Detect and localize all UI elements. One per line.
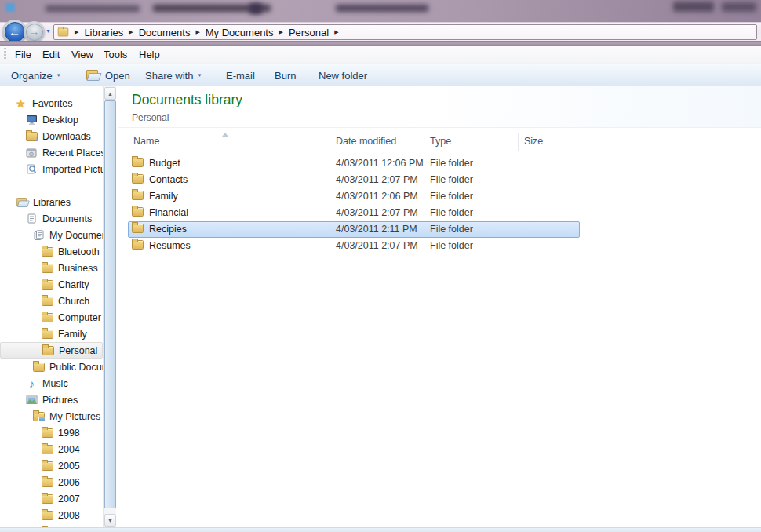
sidebar-item-label: Recent Places [42, 148, 103, 159]
breadcrumb-item-my-documents[interactable]: My Documents [206, 27, 274, 38]
scroll-up-button[interactable]: ▲ [104, 87, 116, 100]
sidebar-item-2007[interactable]: 2007 [0, 490, 103, 507]
sidebar-item-church[interactable]: Church [0, 293, 103, 309]
column-divider[interactable] [518, 133, 519, 151]
new-folder-label: New folder [319, 70, 367, 82]
libraries-icon [16, 198, 27, 207]
sidebar-item-music[interactable]: ♪ Music [0, 375, 103, 392]
sidebar-item-label: 2006 [58, 477, 80, 488]
column-header-type[interactable]: Type [430, 136, 451, 147]
column-header-date-modified[interactable]: Date modified [336, 136, 396, 147]
menu-view[interactable]: View [69, 48, 96, 61]
open-folder-icon [86, 70, 100, 81]
open-button[interactable]: Open [86, 67, 130, 83]
breadcrumb[interactable]: ▶ Libraries ▶ Documents ▶ My Documents ▶… [53, 24, 757, 40]
breadcrumb-item-personal[interactable]: Personal [289, 27, 329, 38]
imported-pictures-icon [26, 164, 38, 174]
sidebar-item-documents[interactable]: Documents [0, 210, 103, 227]
scrollbar-thumb[interactable] [104, 100, 116, 508]
email-label: E-mail [226, 70, 255, 82]
organize-button[interactable]: Organize ▼ [11, 67, 61, 83]
sidebar-item-recent-places[interactable]: Recent Places [0, 144, 103, 161]
sidebar-item-1998[interactable]: 1998 [0, 425, 103, 441]
email-button[interactable]: E-mail [226, 67, 255, 83]
folder-icon [132, 191, 144, 200]
sidebar-item-downloads[interactable]: ↓ Downloads [0, 128, 103, 144]
sidebar-item-label: Downloads [42, 131, 91, 142]
sidebar-item-label: Music [42, 378, 68, 389]
explorer-window: ← → ▼ ▶ Libraries ▶ Documents ▶ My Docum… [0, 0, 761, 532]
table-row-budget[interactable]: Budget 4/03/2011 12:06 PM File folder [118, 155, 761, 172]
row-name: Budget [149, 158, 180, 169]
menu-file[interactable]: File [13, 48, 34, 61]
sidebar-item-family[interactable]: Family [0, 326, 103, 342]
sidebar-item-my-pictures[interactable]: My Pictures [0, 408, 103, 425]
sidebar-scrollbar[interactable]: ▲ ▼ [103, 86, 116, 527]
sidebar-item-my-documents[interactable]: My Documer [0, 227, 103, 243]
row-name: Recipies [149, 224, 187, 235]
breadcrumb-item-libraries[interactable]: Libraries [84, 27, 123, 38]
folder-icon [42, 461, 53, 471]
row-type: File folder [430, 207, 473, 218]
folder-icon [42, 313, 53, 322]
sidebar-item-2006[interactable]: 2006 [0, 474, 103, 490]
sidebar-item-personal[interactable]: Personal [0, 342, 103, 359]
table-row-resumes[interactable]: Resumes 4/03/2011 2:07 PM File folder [118, 238, 761, 254]
sidebar-item-imported-pictures[interactable]: Imported Pictu [0, 161, 103, 177]
sidebar-item-public-documents[interactable]: Public Docur [0, 359, 103, 375]
new-folder-button[interactable]: New folder [319, 67, 367, 83]
row-name: Financial [149, 207, 188, 218]
table-row-recipies-selected[interactable]: Recipies 4/03/2011 2:11 PM File folder [118, 221, 761, 238]
sidebar-item-2008[interactable]: 2008 [0, 507, 103, 523]
sidebar-item-label: Personal [59, 345, 97, 356]
blurred-background-titlebar [0, 0, 761, 22]
sidebar-item-label: Documents [42, 213, 92, 224]
menu-help[interactable]: Help [137, 48, 162, 61]
breadcrumb-arrow-icon[interactable]: ▶ [75, 29, 78, 35]
column-header-name[interactable]: Name [133, 136, 159, 147]
row-type: File folder [430, 158, 473, 169]
scroll-down-button[interactable]: ▼ [104, 514, 116, 527]
recent-pages-dropdown-icon[interactable]: ▼ [46, 28, 51, 34]
sidebar-item-libraries[interactable]: Libraries [0, 194, 103, 210]
row-type: File folder [430, 240, 473, 251]
my-pictures-icon [33, 412, 45, 421]
row-type: File folder [430, 174, 473, 185]
star-icon: ★ [16, 98, 27, 109]
sidebar-item-bluetooth[interactable]: Bluetooth [0, 243, 103, 260]
sidebar-item-computer[interactable]: Computer [0, 309, 103, 326]
breadcrumb-arrow-icon[interactable]: ▶ [279, 29, 282, 35]
table-row-family[interactable]: Family 4/03/2011 2:06 PM File folder [118, 188, 761, 205]
sidebar-item-2004[interactable]: 2004 [0, 441, 103, 457]
sidebar-item-charity[interactable]: Charity [0, 276, 103, 293]
table-row-financial[interactable]: Financial 4/03/2011 2:07 PM File folder [118, 205, 761, 221]
documents-library-icon [26, 213, 38, 224]
column-divider[interactable] [330, 133, 330, 151]
sidebar-item-favorites[interactable]: ★ Favorites [0, 95, 103, 111]
recent-places-icon [26, 148, 38, 158]
menu-bar: File Edit View Tools Help [0, 46, 761, 63]
folder-icon [42, 511, 53, 520]
column-divider[interactable] [581, 133, 581, 151]
folder-icon [132, 158, 144, 167]
table-row-contacts[interactable]: Contacts 4/03/2011 2:07 PM File folder [118, 172, 761, 188]
sidebar-item-2005[interactable]: 2005 [0, 457, 103, 474]
sidebar-item-pictures[interactable]: Pictures [0, 392, 103, 408]
row-date-modified: 4/03/2011 2:07 PM [336, 240, 418, 251]
sidebar-item-business[interactable]: Business [0, 260, 103, 276]
column-header-size[interactable]: Size [524, 136, 543, 147]
column-divider[interactable] [424, 133, 424, 151]
sidebar-item-desktop[interactable]: Desktop [0, 111, 103, 128]
menu-edit[interactable]: Edit [40, 48, 62, 61]
navigation-pane: ★ Favorites Desktop ↓ Downloads [0, 86, 103, 527]
menu-tools[interactable]: Tools [101, 48, 129, 61]
burn-button[interactable]: Burn [275, 67, 296, 83]
breadcrumb-arrow-icon[interactable]: ▶ [129, 29, 133, 35]
share-with-button[interactable]: Share with ▼ [145, 67, 202, 83]
forward-button[interactable]: → [24, 21, 45, 42]
breadcrumb-arrow-icon[interactable]: ▶ [334, 29, 338, 35]
breadcrumb-item-documents[interactable]: Documents [139, 27, 191, 38]
sidebar-item-label: Imported Pictu [42, 164, 103, 175]
breadcrumb-arrow-icon[interactable]: ▶ [195, 29, 199, 35]
explorer-content: ★ Favorites Desktop ↓ Downloads [0, 86, 761, 527]
